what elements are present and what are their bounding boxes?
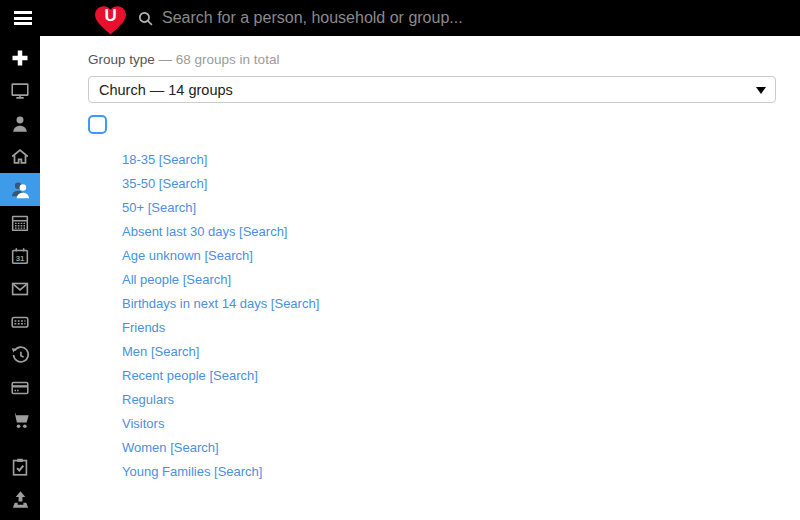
group-list-item: Visitors (122, 411, 776, 435)
people-group-icon (9, 178, 32, 201)
group-list-item: Friends (122, 315, 776, 339)
group-link[interactable]: Men [Search] (122, 344, 199, 359)
main-content: Group type — 68 groups in total Church —… (40, 36, 800, 520)
upload-tray-icon (9, 488, 32, 511)
sidebar-item-clipboard[interactable] (0, 450, 40, 483)
search-icon (137, 10, 154, 27)
select-all-checkbox[interactable] (88, 115, 107, 134)
group-link[interactable]: 50+ [Search] (122, 200, 196, 215)
envelope-icon (9, 278, 31, 300)
sidebar-item-history[interactable] (0, 338, 40, 371)
group-link[interactable]: Absent last 30 days [Search] (122, 224, 287, 239)
group-type-select[interactable]: Church — 14 groups (88, 76, 776, 103)
group-link[interactable]: Young Families [Search] (122, 464, 262, 479)
group-list-item: Absent last 30 days [Search] (122, 219, 776, 243)
sidebar-item-person[interactable] (0, 107, 40, 140)
group-list-item: All people [Search] (122, 267, 776, 291)
group-list-item: 50+ [Search] (122, 195, 776, 219)
calendar-31-icon: 31 (9, 245, 31, 267)
group-list-item: Women [Search] (122, 435, 776, 459)
sidebar-item-upload[interactable] (0, 483, 40, 516)
group-list: 18-35 [Search] 35-50 [Search] 50+ [Searc… (122, 147, 776, 483)
group-list-item: Recent people [Search] (122, 363, 776, 387)
sidebar-item-calendar-date[interactable]: 31 (0, 239, 40, 272)
calendar-grid-icon (9, 212, 31, 234)
group-list-item: Regulars (122, 387, 776, 411)
clipboard-check-icon (9, 456, 31, 478)
group-list-item: Age unknown [Search] (122, 243, 776, 267)
group-list-item: Men [Search] (122, 339, 776, 363)
credit-card-icon (9, 377, 31, 399)
group-link[interactable]: Visitors (122, 416, 164, 431)
group-link[interactable]: Friends (122, 320, 165, 335)
sidebar-item-calendar[interactable] (0, 206, 40, 239)
dropdown-arrow-icon (756, 87, 766, 94)
group-list-item: 35-50 [Search] (122, 171, 776, 195)
sidebar-item-monitor[interactable] (0, 74, 40, 107)
group-link[interactable]: Birthdays in next 14 days [Search] (122, 296, 319, 311)
group-type-summary: — 68 groups in total (159, 52, 280, 67)
svg-text:U: U (104, 6, 116, 25)
group-link[interactable]: Age unknown [Search] (122, 248, 253, 263)
home-icon (9, 146, 31, 168)
sidebar-item-cart[interactable] (0, 404, 40, 437)
sidebar-item-card[interactable] (0, 371, 40, 404)
monitor-icon (9, 80, 31, 102)
sidebar-nav: 31 (0, 36, 40, 520)
group-link[interactable]: 18-35 [Search] (122, 152, 207, 167)
group-link[interactable]: All people [Search] (122, 272, 231, 287)
top-bar: U (0, 0, 800, 36)
sidebar-item-home[interactable] (0, 140, 40, 173)
group-link[interactable]: Women [Search] (122, 440, 219, 455)
hamburger-menu-icon[interactable] (14, 9, 32, 28)
sidebar-item-mail[interactable] (0, 272, 40, 305)
group-type-label: Group type (88, 52, 155, 67)
group-list-item: 18-35 [Search] (122, 147, 776, 171)
svg-text:31: 31 (16, 253, 25, 262)
group-link[interactable]: 35-50 [Search] (122, 176, 207, 191)
group-type-heading: Group type — 68 groups in total (88, 52, 776, 67)
shopping-cart-icon (9, 409, 32, 432)
group-list-item: Young Families [Search] (122, 459, 776, 483)
global-search (135, 9, 800, 27)
group-list-item: Birthdays in next 14 days [Search] (122, 291, 776, 315)
group-link[interactable]: Recent people [Search] (122, 368, 258, 383)
sidebar-item-keyboard[interactable] (0, 305, 40, 338)
heart-logo-icon: U (92, 2, 129, 36)
history-clock-icon (9, 344, 31, 366)
search-input[interactable] (162, 9, 800, 27)
sidebar-item-groups[interactable] (0, 173, 40, 206)
sidebar-item-add[interactable] (0, 41, 40, 74)
group-link[interactable]: Regulars (122, 392, 174, 407)
person-icon (9, 113, 31, 135)
keyboard-icon (9, 311, 31, 333)
group-type-select-value: Church — 14 groups (99, 82, 233, 98)
plus-icon (8, 46, 32, 70)
